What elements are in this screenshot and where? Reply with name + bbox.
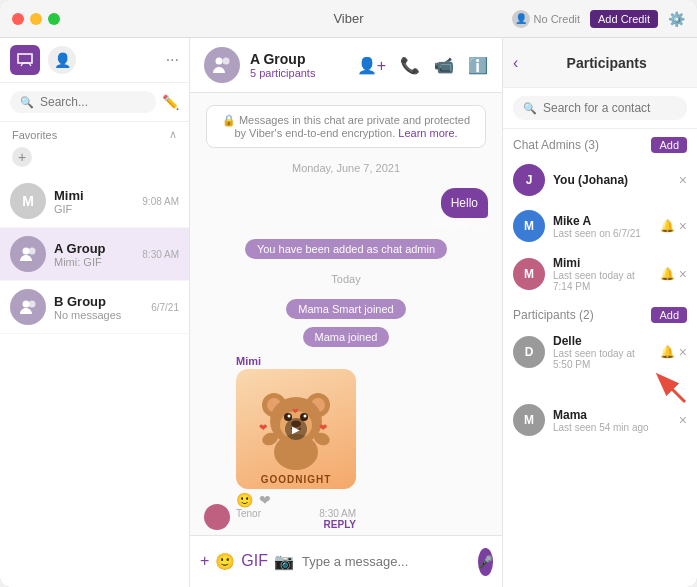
system-msg-mama: Mama joined — [303, 327, 390, 347]
mike-remove-button[interactable]: × — [679, 218, 687, 234]
sticker-container: Mimi — [236, 355, 356, 530]
conversation-item-bgroup[interactable]: B Group No messages 6/7/21 — [0, 281, 189, 334]
conversation-list: M Mimi GIF 9:08 AM — [0, 175, 189, 587]
sidebar-nav: 👤 ··· — [0, 38, 189, 83]
maximize-button[interactable] — [48, 13, 60, 25]
add-member-icon[interactable]: 👤+ — [357, 56, 386, 75]
svg-point-2 — [23, 301, 30, 308]
mimi-name-part: Mimi — [553, 256, 652, 270]
add-attachment-icon[interactable]: + — [200, 552, 209, 571]
date-label-today: Today — [204, 273, 488, 285]
play-button[interactable]: ▶ — [285, 418, 307, 440]
add-credit-button[interactable]: Add Credit — [590, 10, 658, 28]
svg-point-3 — [29, 301, 36, 308]
learn-more-link[interactable]: Learn more. — [398, 127, 457, 139]
close-button[interactable] — [12, 13, 24, 25]
search-input[interactable] — [40, 95, 146, 109]
search-icon: 🔍 — [20, 96, 34, 109]
conversation-item-agroup[interactable]: A Group Mimi: GIF 8:30 AM — [0, 228, 189, 281]
mama-actions: × — [679, 412, 687, 428]
more-nav-icon[interactable]: ··· — [166, 51, 179, 69]
sticker-icon[interactable]: 🙂 — [215, 552, 235, 571]
svg-text:❤: ❤ — [292, 407, 299, 416]
svg-point-4 — [216, 58, 223, 65]
smile-react-icon[interactable]: 🙂 — [236, 492, 253, 508]
mama-status: Last seen 54 min ago — [553, 422, 671, 433]
mike-bell-icon[interactable]: 🔔 — [660, 219, 675, 233]
svg-point-0 — [23, 248, 30, 255]
mama-avatar: M — [513, 404, 545, 436]
conversation-item-mimi[interactable]: M Mimi GIF 9:08 AM — [0, 175, 189, 228]
sidebar: 👤 ··· 🔍 ✏️ Favorites ∧ + M — [0, 38, 190, 587]
phone-icon[interactable]: 📞 — [400, 56, 420, 75]
participants-search-input[interactable] — [543, 101, 677, 115]
info-icon[interactable]: ℹ️ — [468, 56, 488, 75]
add-admin-button[interactable]: Add — [651, 137, 687, 153]
favorites-header: Favorites ∧ — [0, 122, 189, 145]
svg-point-15 — [304, 414, 307, 417]
participant-delle: D Delle Last seen today at 5:50 PM 🔔 × — [503, 327, 697, 377]
add-participant-button[interactable]: Add — [651, 307, 687, 323]
heart-react-icon[interactable]: ❤ — [259, 492, 271, 508]
johana-name: You (Johana) — [553, 173, 671, 187]
johana-info: You (Johana) — [553, 173, 671, 187]
title-bar: Viber 👤 No Credit Add Credit ⚙️ — [0, 0, 697, 38]
chat-admins-label: Chat Admins (3) — [513, 138, 599, 152]
chat-admins-section-header: Chat Admins (3) Add — [503, 129, 697, 157]
admin-mimi: M Mimi Last seen today at 7:14 PM 🔔 × — [503, 249, 697, 299]
participants-list: Chat Admins (3) Add J You (Johana) × M — [503, 129, 697, 587]
johana-remove-button[interactable]: × — [679, 172, 687, 188]
delle-bell-icon[interactable]: 🔔 — [660, 345, 675, 359]
delle-status: Last seen today at 5:50 PM — [553, 348, 652, 370]
window-title: Viber — [333, 11, 363, 26]
mama-remove-button[interactable]: × — [679, 412, 687, 428]
gif-icon[interactable]: GIF — [241, 552, 268, 571]
bgroup-avatar — [10, 289, 46, 325]
encryption-notice: 🔒 Messages in this chat are private and … — [206, 105, 486, 148]
search-box[interactable]: 🔍 — [10, 91, 156, 113]
delle-remove-button[interactable]: × — [679, 344, 687, 360]
outgoing-message-hello: Hello 6:59 AM ✓✓ — [204, 188, 488, 231]
mimi-preview: GIF — [54, 203, 134, 215]
delle-info: Delle Last seen today at 5:50 PM — [553, 334, 652, 370]
video-icon[interactable]: 📹 — [434, 56, 454, 75]
edit-icon[interactable]: ✏️ — [162, 94, 179, 110]
mic-button[interactable]: 🎤 — [478, 548, 493, 576]
system-msg-row-joined1: Mama Smart joined — [204, 299, 488, 319]
message-input[interactable] — [302, 554, 470, 569]
admin-mike: M Mike A Last seen on 6/7/21 🔔 × — [503, 203, 697, 249]
participants-search-box[interactable]: 🔍 — [513, 96, 687, 120]
camera-icon[interactable]: 📷 — [274, 552, 294, 571]
sticker-image: ❤ ❤ ❤ ▶ GOODNIGHT — [236, 369, 356, 489]
mimi-avatar: M — [10, 183, 46, 219]
no-credit-area: 👤 No Credit — [512, 10, 580, 28]
hello-time: 6:59 AM ✓✓ — [433, 220, 488, 231]
chat-nav-icon[interactable] — [10, 45, 40, 75]
chat-header: A Group 5 participants 👤+ 📞 📹 ℹ️ — [190, 38, 502, 93]
mike-info: Mike A Last seen on 6/7/21 — [553, 214, 652, 239]
agroup-info: A Group Mimi: GIF — [54, 241, 134, 268]
back-button[interactable]: ‹ — [513, 54, 518, 72]
system-msg-mamasmart: Mama Smart joined — [286, 299, 405, 319]
mama-name: Mama — [553, 408, 671, 422]
mike-name: Mike A — [553, 214, 652, 228]
no-credit-label: No Credit — [534, 13, 580, 25]
chat-group-avatar — [204, 47, 240, 83]
date-label-june7: Monday, June 7, 2021 — [204, 162, 488, 174]
mimi-remove-button[interactable]: × — [679, 266, 687, 282]
mimi-actions: 🔔 × — [660, 266, 687, 282]
participants-search-area: 🔍 — [503, 88, 697, 129]
reply-button[interactable]: REPLY — [236, 519, 356, 530]
add-favorite-button[interactable]: + — [12, 147, 32, 167]
mimi-bell-icon[interactable]: 🔔 — [660, 267, 675, 281]
settings-icon[interactable]: ⚙️ — [668, 11, 685, 27]
mimi-time: 9:08 AM — [142, 196, 179, 207]
participants-count-label: Participants (2) — [513, 308, 594, 322]
svg-point-5 — [223, 58, 230, 65]
contacts-nav-icon[interactable]: 👤 — [48, 46, 76, 74]
sticker-reactions: 🙂 ❤ — [236, 492, 271, 508]
participants-panel: ‹ Participants 🔍 Chat Admins (3) Add J — [502, 38, 697, 587]
chat-area: A Group 5 participants 👤+ 📞 📹 ℹ️ 🔒 Messa… — [190, 38, 502, 587]
minimize-button[interactable] — [30, 13, 42, 25]
agroup-name: A Group — [54, 241, 134, 256]
